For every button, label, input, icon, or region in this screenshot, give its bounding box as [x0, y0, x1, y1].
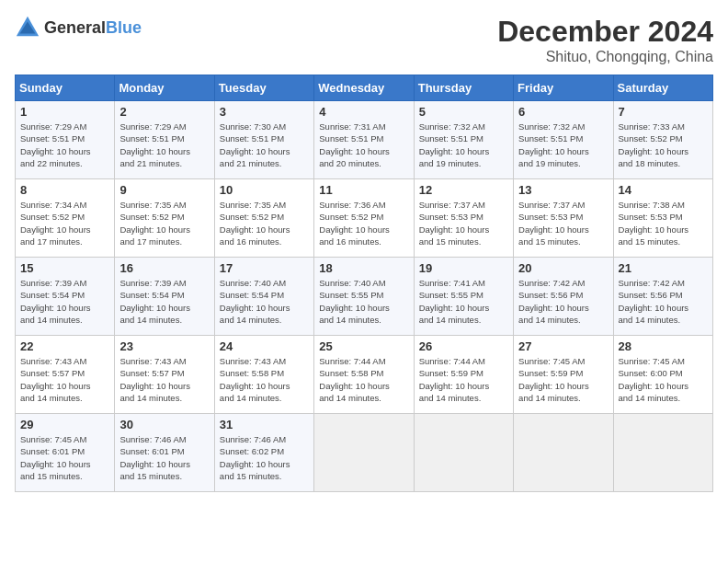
day-number: 3 — [220, 105, 309, 119]
calendar-cell: 19Sunrise: 7:41 AM Sunset: 5:55 PM Dayli… — [414, 258, 513, 336]
day-number: 23 — [119, 339, 209, 353]
day-info: Sunrise: 7:39 AM Sunset: 5:54 PM Dayligh… — [119, 277, 209, 326]
day-info: Sunrise: 7:32 AM Sunset: 5:51 PM Dayligh… — [518, 121, 608, 169]
calendar-cell: 13Sunrise: 7:37 AM Sunset: 5:53 PM Dayli… — [514, 179, 613, 258]
calendar-week-row: 29Sunrise: 7:45 AM Sunset: 6:01 PM Dayli… — [16, 414, 713, 492]
day-number: 29 — [20, 418, 109, 431]
day-info: Sunrise: 7:43 AM Sunset: 5:58 PM Dayligh… — [220, 355, 309, 404]
day-info: Sunrise: 7:37 AM Sunset: 5:53 PM Dayligh… — [518, 199, 608, 247]
day-info: Sunrise: 7:38 AM Sunset: 5:53 PM Dayligh… — [619, 199, 708, 247]
day-number: 20 — [518, 261, 608, 275]
day-info: Sunrise: 7:34 AM Sunset: 5:52 PM Dayligh… — [20, 199, 109, 247]
calendar-cell: 11Sunrise: 7:36 AM Sunset: 5:52 PM Dayli… — [314, 179, 414, 258]
calendar-cell: 27Sunrise: 7:45 AM Sunset: 5:59 PM Dayli… — [514, 336, 613, 414]
location-title: Shituo, Chongqing, China — [497, 49, 713, 65]
day-info: Sunrise: 7:35 AM Sunset: 5:52 PM Dayligh… — [119, 199, 209, 247]
day-number: 18 — [319, 261, 408, 275]
day-info: Sunrise: 7:36 AM Sunset: 5:52 PM Dayligh… — [319, 199, 408, 247]
calendar-cell: 24Sunrise: 7:43 AM Sunset: 5:58 PM Dayli… — [214, 336, 313, 414]
day-number: 27 — [518, 339, 608, 353]
day-info: Sunrise: 7:45 AM Sunset: 6:00 PM Dayligh… — [619, 355, 708, 404]
day-number: 11 — [319, 183, 408, 197]
calendar-cell — [613, 414, 712, 492]
calendar-cell: 3Sunrise: 7:30 AM Sunset: 5:51 PM Daylig… — [214, 101, 313, 179]
day-info: Sunrise: 7:30 AM Sunset: 5:51 PM Dayligh… — [220, 121, 309, 169]
day-of-week-header: Friday — [514, 75, 613, 101]
month-title: December 2024 — [497, 15, 713, 49]
header: GeneralBlue December 2024 Shituo, Chongq… — [15, 15, 713, 65]
calendar-week-row: 1Sunrise: 7:29 AM Sunset: 5:51 PM Daylig… — [16, 101, 713, 179]
day-number: 19 — [419, 261, 508, 275]
day-number: 21 — [619, 261, 708, 275]
calendar-cell: 17Sunrise: 7:40 AM Sunset: 5:54 PM Dayli… — [214, 258, 313, 336]
calendar-cell: 5Sunrise: 7:32 AM Sunset: 5:51 PM Daylig… — [414, 101, 513, 179]
calendar-cell — [314, 414, 414, 492]
logo-general: General — [44, 18, 106, 37]
logo: GeneralBlue — [15, 15, 142, 40]
day-number: 10 — [220, 183, 309, 197]
day-number: 25 — [319, 339, 408, 353]
calendar-cell: 12Sunrise: 7:37 AM Sunset: 5:53 PM Dayli… — [414, 179, 513, 258]
calendar-cell: 18Sunrise: 7:40 AM Sunset: 5:55 PM Dayli… — [314, 258, 414, 336]
day-info: Sunrise: 7:44 AM Sunset: 5:59 PM Dayligh… — [419, 355, 508, 404]
day-info: Sunrise: 7:45 AM Sunset: 5:59 PM Dayligh… — [518, 355, 608, 404]
calendar-cell: 25Sunrise: 7:44 AM Sunset: 5:58 PM Dayli… — [314, 336, 414, 414]
day-of-week-header: Saturday — [613, 75, 712, 101]
day-info: Sunrise: 7:40 AM Sunset: 5:54 PM Dayligh… — [220, 277, 309, 326]
calendar-cell: 29Sunrise: 7:45 AM Sunset: 6:01 PM Dayli… — [16, 414, 115, 492]
day-number: 12 — [419, 183, 508, 197]
day-info: Sunrise: 7:40 AM Sunset: 5:55 PM Dayligh… — [319, 277, 408, 326]
day-number: 9 — [119, 183, 209, 197]
logo-icon — [15, 15, 40, 40]
day-number: 30 — [119, 418, 209, 431]
day-of-week-header: Thursday — [414, 75, 513, 101]
day-number: 1 — [20, 105, 109, 119]
day-info: Sunrise: 7:35 AM Sunset: 5:52 PM Dayligh… — [220, 199, 309, 247]
calendar-cell: 14Sunrise: 7:38 AM Sunset: 5:53 PM Dayli… — [613, 179, 712, 258]
day-of-week-header: Wednesday — [314, 75, 414, 101]
day-of-week-header: Monday — [115, 75, 214, 101]
day-info: Sunrise: 7:42 AM Sunset: 5:56 PM Dayligh… — [619, 277, 708, 326]
day-info: Sunrise: 7:43 AM Sunset: 5:57 PM Dayligh… — [20, 355, 109, 404]
calendar-cell: 4Sunrise: 7:31 AM Sunset: 5:51 PM Daylig… — [314, 101, 414, 179]
logo-blue: Blue — [106, 18, 142, 37]
calendar-cell: 21Sunrise: 7:42 AM Sunset: 5:56 PM Dayli… — [613, 258, 712, 336]
day-info: Sunrise: 7:43 AM Sunset: 5:57 PM Dayligh… — [119, 355, 209, 404]
calendar-cell: 2Sunrise: 7:29 AM Sunset: 5:51 PM Daylig… — [115, 101, 214, 179]
day-number: 17 — [220, 261, 309, 275]
day-number: 2 — [119, 105, 209, 119]
day-info: Sunrise: 7:39 AM Sunset: 5:54 PM Dayligh… — [20, 277, 109, 326]
logo-text: GeneralBlue — [44, 18, 142, 38]
calendar-week-row: 8Sunrise: 7:34 AM Sunset: 5:52 PM Daylig… — [16, 179, 713, 258]
calendar-cell — [414, 414, 513, 492]
title-area: December 2024 Shituo, Chongqing, China — [497, 15, 713, 65]
day-info: Sunrise: 7:37 AM Sunset: 5:53 PM Dayligh… — [419, 199, 508, 247]
calendar-cell: 28Sunrise: 7:45 AM Sunset: 6:00 PM Dayli… — [613, 336, 712, 414]
day-number: 4 — [319, 105, 408, 119]
day-number: 6 — [518, 105, 608, 119]
calendar-cell: 8Sunrise: 7:34 AM Sunset: 5:52 PM Daylig… — [16, 179, 115, 258]
day-info: Sunrise: 7:31 AM Sunset: 5:51 PM Dayligh… — [319, 121, 408, 169]
day-number: 24 — [220, 339, 309, 353]
calendar-cell: 20Sunrise: 7:42 AM Sunset: 5:56 PM Dayli… — [514, 258, 613, 336]
calendar-cell: 1Sunrise: 7:29 AM Sunset: 5:51 PM Daylig… — [16, 101, 115, 179]
day-number: 7 — [619, 105, 708, 119]
day-number: 16 — [119, 261, 209, 275]
calendar-cell: 6Sunrise: 7:32 AM Sunset: 5:51 PM Daylig… — [514, 101, 613, 179]
day-info: Sunrise: 7:46 AM Sunset: 6:01 PM Dayligh… — [119, 433, 209, 482]
calendar-cell: 16Sunrise: 7:39 AM Sunset: 5:54 PM Dayli… — [115, 258, 214, 336]
calendar-cell: 31Sunrise: 7:46 AM Sunset: 6:02 PM Dayli… — [214, 414, 313, 492]
day-number: 15 — [20, 261, 109, 275]
day-number: 28 — [619, 339, 708, 353]
day-of-week-header: Tuesday — [214, 75, 313, 101]
day-info: Sunrise: 7:42 AM Sunset: 5:56 PM Dayligh… — [518, 277, 608, 326]
day-info: Sunrise: 7:29 AM Sunset: 5:51 PM Dayligh… — [20, 121, 109, 169]
day-info: Sunrise: 7:29 AM Sunset: 5:51 PM Dayligh… — [119, 121, 209, 169]
day-info: Sunrise: 7:46 AM Sunset: 6:02 PM Dayligh… — [220, 433, 309, 482]
calendar-cell: 9Sunrise: 7:35 AM Sunset: 5:52 PM Daylig… — [115, 179, 214, 258]
day-info: Sunrise: 7:45 AM Sunset: 6:01 PM Dayligh… — [20, 433, 109, 482]
day-of-week-header: Sunday — [16, 75, 115, 101]
day-info: Sunrise: 7:41 AM Sunset: 5:55 PM Dayligh… — [419, 277, 508, 326]
day-number: 8 — [20, 183, 109, 197]
day-info: Sunrise: 7:32 AM Sunset: 5:51 PM Dayligh… — [419, 121, 508, 169]
